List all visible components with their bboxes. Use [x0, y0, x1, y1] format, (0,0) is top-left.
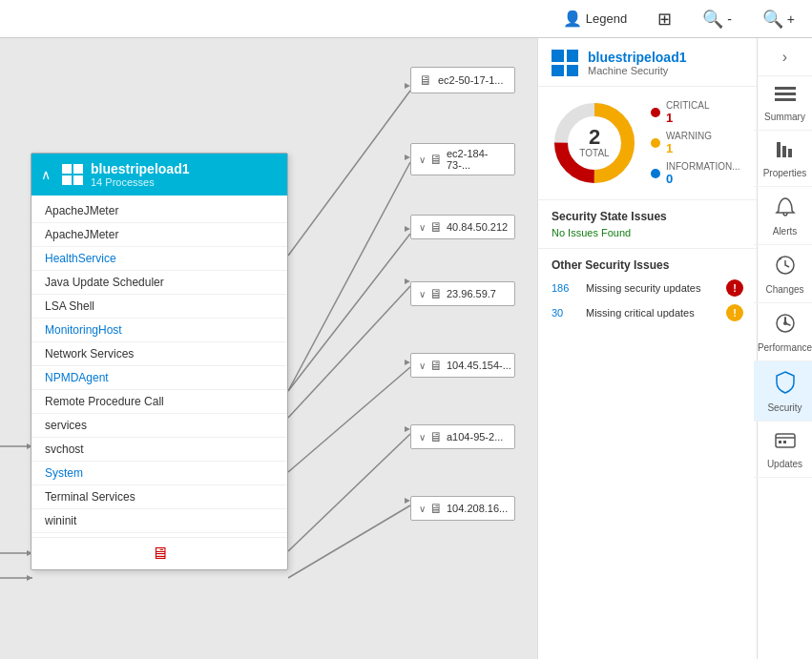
process-item[interactable]: MonitoringHost [31, 319, 287, 342]
monitor-icon: 🖥 [429, 219, 443, 235]
process-item[interactable]: LSA Shell [31, 295, 287, 319]
sidebar-item-changes[interactable]: Changes [754, 245, 812, 303]
remote-node-n2[interactable]: ∨🖥ec2-184-73-... [410, 143, 515, 175]
donut-section: 2 TOTAL CRITICAL 1 WARNING 1 [538, 87, 757, 200]
node-card-header[interactable]: ∧ bluestripeload1 14 Processes [31, 154, 287, 196]
process-item[interactable]: ApacheJMeter [31, 223, 287, 247]
sidebar-right: › SummaryPropertiesAlertsChangesPerforma… [757, 38, 812, 659]
zoom-in-button[interactable]: 🔍 + [755, 5, 802, 33]
chevron-down-icon: ∨ [419, 504, 426, 514]
sidebar-icon-summary [775, 86, 796, 108]
canvas-area[interactable]: ∧ bluestripeload1 14 Processes ApacheJMe… [0, 38, 537, 659]
process-item[interactable]: HealthService [31, 247, 287, 271]
remote-node-header[interactable]: ∨🖥a104-95-2... [411, 425, 514, 448]
sidebar-item-properties[interactable]: Properties [754, 131, 812, 187]
svg-rect-24 [775, 93, 796, 95]
svg-rect-26 [777, 142, 781, 157]
detail-title-block: bluestripeload1 Machine Security [588, 50, 686, 76]
sidebar-label-alerts: Alerts [773, 226, 798, 237]
sidebar-label-properties: Properties [763, 168, 807, 178]
donut-label: 2 TOTAL [579, 127, 609, 159]
remote-node-header[interactable]: ∨🖥ec2-184-73-... [411, 144, 514, 175]
process-item[interactable]: Java Update Scheduler [31, 271, 287, 295]
chevron-down-icon: ∨ [419, 154, 426, 165]
fit-zoom-button[interactable]: ⊞ [650, 5, 679, 33]
svg-line-3 [288, 286, 410, 418]
remote-node-header[interactable]: ∨🖥23.96.59.7 [411, 282, 514, 305]
sidebar-label-performance: Performance [758, 342, 812, 353]
process-item[interactable]: wininit [31, 509, 287, 533]
svg-line-6 [288, 505, 410, 578]
issue-desc: Missing critical updates [586, 307, 718, 319]
warning-label: WARNING [666, 131, 712, 141]
toolbar: 👤 Legend ⊞ 🔍 - 🔍 + [0, 0, 812, 38]
properties-icon [775, 140, 796, 159]
remote-node-header[interactable]: ∨🖥104.45.154-... [411, 354, 514, 377]
remote-node-n1[interactable]: 🖥ec2-50-17-1... [410, 67, 515, 93]
chevron-down-icon: ∨ [419, 289, 426, 299]
sidebar-item-performance[interactable]: Performance [754, 303, 812, 361]
sidebar-icon-security [775, 371, 796, 399]
remote-node-name: a104-95-2... [447, 431, 503, 443]
sidebar-item-security[interactable]: Security [754, 361, 812, 422]
sidebar-item-updates[interactable]: Updates [754, 422, 812, 478]
remote-node-n4[interactable]: ∨🖥23.96.59.7 [410, 281, 515, 306]
alerts-icon [775, 196, 796, 217]
process-item[interactable]: Terminal Services [31, 485, 287, 509]
other-issues-title: Other Security Issues [552, 258, 743, 272]
legend-info: INFORMATION... 0 [651, 161, 740, 186]
process-item[interactable]: svchost [31, 438, 287, 462]
critical-label: CRITICAL [666, 100, 710, 111]
svg-rect-35 [783, 441, 786, 443]
warning-dot [651, 138, 660, 148]
collapse-chevron[interactable]: ∧ [41, 167, 51, 182]
remote-node-name: ec2-184-73-... [447, 148, 507, 171]
process-item[interactable]: NPMDAgent [31, 366, 287, 390]
detail-title: bluestripeload1 [588, 50, 686, 65]
node-card[interactable]: ∧ bluestripeload1 14 Processes ApacheJMe… [31, 153, 288, 570]
remote-node-header[interactable]: ∨🖥104.208.16... [411, 497, 514, 520]
sidebar-label-changes: Changes [765, 284, 803, 295]
detail-header: bluestripeload1 Machine Security [538, 38, 757, 87]
svg-marker-19 [27, 575, 32, 581]
sidebar-icon-performance [775, 313, 796, 339]
sidebar-item-summary[interactable]: Summary [754, 76, 812, 131]
monitor-icon: 🖥 [429, 286, 443, 301]
node-title: bluestripeload1 [91, 161, 189, 176]
svg-rect-34 [779, 441, 781, 443]
remote-node-n5[interactable]: ∨🖥104.45.154-... [410, 353, 515, 378]
svg-line-0 [288, 91, 410, 256]
sidebar-expand-button[interactable]: › [758, 38, 812, 76]
remote-node-header[interactable]: ∨🖥40.84.50.212 [411, 216, 514, 238]
security-state-section: Security State Issues No Issues Found [538, 200, 757, 249]
svg-point-31 [783, 321, 787, 325]
process-item[interactable]: Remote Procedure Call [31, 390, 287, 414]
info-label: INFORMATION... [666, 161, 740, 172]
monitor-icon: 🖥 [429, 358, 443, 373]
process-item[interactable]: services [31, 414, 287, 438]
remote-node-n6[interactable]: ∨🖥a104-95-2... [410, 424, 515, 449]
legend-critical: CRITICAL 1 [651, 100, 740, 125]
remote-node-name: 104.45.154-... [447, 360, 511, 371]
svg-line-2 [288, 234, 410, 391]
legend-label: Legend [586, 11, 627, 26]
zoom-out-button[interactable]: 🔍 - [695, 5, 739, 33]
legend-button[interactable]: 👤 Legend [555, 6, 635, 31]
info-legend-block: INFORMATION... 0 [666, 161, 740, 186]
critical-dot [651, 108, 660, 117]
sidebar-label-security: Security [767, 402, 802, 413]
issue-count[interactable]: 30 [552, 307, 578, 319]
svg-rect-25 [775, 98, 796, 101]
donut-total-number: 2 [579, 127, 609, 148]
process-item[interactable]: ApacheJMeter [31, 199, 287, 223]
zoom-in-icon: 🔍 [762, 9, 783, 30]
remote-node-n3[interactable]: ∨🖥40.84.50.212 [410, 215, 515, 239]
performance-icon [775, 313, 796, 334]
security-state-title: Security State Issues [552, 210, 743, 223]
monitor-icon: 🖥 [151, 544, 168, 564]
sidebar-item-alerts[interactable]: Alerts [754, 187, 812, 245]
issue-count[interactable]: 186 [552, 282, 578, 294]
remote-node-n7[interactable]: ∨🖥104.208.16... [410, 496, 515, 521]
process-item[interactable]: Network Services [31, 342, 287, 366]
process-item[interactable]: System [31, 462, 287, 485]
